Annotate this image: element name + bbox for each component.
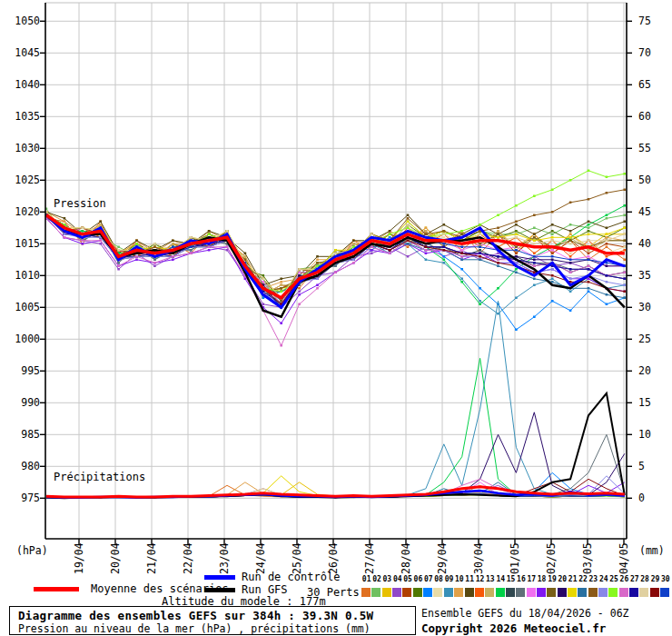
pert-color-swatch <box>485 588 494 597</box>
precip-tick-label: 75 <box>638 15 651 26</box>
pressure-tick-label: 995 <box>11 365 40 376</box>
pert-color-swatch <box>392 588 401 597</box>
pert-number-label: 24 <box>598 575 608 583</box>
pert-color-swatch <box>423 588 432 597</box>
pert-number-label: 21 <box>568 575 578 583</box>
copyright-label: Copyright 2026 Meteociel.fr <box>421 621 606 635</box>
pert-color-swatch <box>588 588 598 597</box>
pressure-tick-label: 1035 <box>11 111 40 122</box>
precipitation-section-label: Précipitations <box>54 471 145 483</box>
member-09-precip-line <box>46 301 625 497</box>
pressure-tick-label: 1010 <box>11 270 40 281</box>
gfs-legend-swatch <box>204 588 235 592</box>
pert-number-label: 17 <box>527 575 537 583</box>
pert-number-label: 14 <box>496 575 506 583</box>
pressure-tick-label: 985 <box>11 429 40 440</box>
date-tick-label: 27/04 <box>364 543 376 574</box>
pressure-tick-label: 1020 <box>11 206 40 217</box>
pert-number-label: 27 <box>629 575 639 583</box>
gfs-legend-label: Run GFS <box>242 583 288 596</box>
precip-tick-label: 35 <box>638 270 651 281</box>
pert-number-label: 06 <box>413 575 423 583</box>
pressure-tick-label: 980 <box>11 461 40 472</box>
pert-number-label: 30 <box>660 575 670 583</box>
date-tick-label: 19/04 <box>74 543 85 574</box>
pert-number-label: 22 <box>578 575 588 583</box>
pert-color-swatch <box>454 588 463 597</box>
date-tick-label: 20/04 <box>110 543 122 574</box>
precip-axis-unit: (mm) <box>639 544 665 557</box>
pressure-tick-label: 975 <box>11 492 40 503</box>
pert-color-swatch <box>568 588 577 597</box>
chart-subtitle: Pression au niveau de la mer (hPa) , pré… <box>18 622 371 635</box>
pert-number-label: 05 <box>402 575 412 583</box>
pert-color-swatch <box>619 588 628 597</box>
pressure-axis-unit: (hPa) <box>16 544 48 557</box>
pert-color-swatch <box>578 588 587 597</box>
run-info-label: Ensemble GEFS du 18/04/2026 - 06Z <box>421 607 628 620</box>
pert-number-label: 12 <box>475 575 485 583</box>
pert-color-swatch <box>629 588 638 597</box>
pert-number-label: 08 <box>433 575 443 583</box>
pressure-tick-label: 1000 <box>11 333 40 344</box>
pert-color-swatch <box>371 588 380 597</box>
date-tick-label: 28/04 <box>400 543 412 574</box>
pert-number-label: 03 <box>382 575 392 583</box>
pressure-tick-label: 1050 <box>11 15 40 26</box>
member-09-pressure-line <box>46 215 625 313</box>
precip-tick-label: 10 <box>638 429 651 440</box>
pert-color-swatch <box>413 588 422 597</box>
pert-color-swatch <box>608 588 618 597</box>
precip-tick-label: 70 <box>638 47 651 58</box>
pert-color-swatch <box>598 588 608 597</box>
pert-color-swatch <box>660 588 669 597</box>
precip-tick-label: 20 <box>638 365 651 376</box>
pert-color-swatch <box>402 588 411 597</box>
pert-number-label: 07 <box>423 575 433 583</box>
perturbation-color-strip: 0102030405060708091011121314151617181920… <box>361 575 671 599</box>
control-legend-swatch <box>204 575 235 580</box>
date-tick-label: 26/04 <box>328 543 340 574</box>
pert-color-swatch <box>516 588 525 597</box>
pert-color-swatch <box>444 588 453 597</box>
pert-number-label: 20 <box>558 575 568 583</box>
date-tick-label: 29/04 <box>437 543 449 574</box>
date-tick-label: 04/05 <box>618 543 630 574</box>
pressure-section-label: Pression <box>54 197 106 210</box>
precip-tick-label: 40 <box>638 238 651 249</box>
pert-color-swatch <box>361 588 371 597</box>
date-tick-label: 30/04 <box>473 543 485 574</box>
mean-legend-swatch <box>34 587 79 591</box>
pert-number-label: 18 <box>537 575 547 583</box>
precip-tick-label: 65 <box>638 79 651 90</box>
pert-color-swatch <box>433 588 442 597</box>
pert-color-swatch <box>527 588 536 597</box>
pert-color-swatch <box>496 588 505 597</box>
precip-tick-label: 0 <box>638 492 645 503</box>
precip-tick-label: 5 <box>638 461 645 472</box>
pert-number-label: 29 <box>650 575 660 583</box>
pert-number-label: 15 <box>506 575 516 583</box>
date-tick-label: 22/04 <box>183 543 194 574</box>
pressure-tick-label: 1040 <box>11 79 40 90</box>
chart-title-box: Diagramme des ensembles GEFS sur 384h : … <box>9 606 416 635</box>
pert-number-label: 19 <box>547 575 557 583</box>
date-tick-label: 23/04 <box>219 543 231 574</box>
pressure-tick-label: 990 <box>11 397 40 408</box>
pressure-tick-label: 1015 <box>11 238 40 249</box>
member-26-pressure-line-markers <box>45 218 626 345</box>
pert-color-swatch <box>558 588 567 597</box>
date-tick-label: 03/05 <box>582 543 594 574</box>
chart-title: Diagramme des ensembles GEFS sur 384h : … <box>18 609 373 622</box>
pert-color-swatch <box>382 588 391 597</box>
pert-color-swatch <box>475 588 484 597</box>
pert-number-label: 04 <box>392 575 402 583</box>
date-tick-label: 24/04 <box>255 543 267 574</box>
precip-tick-label: 45 <box>638 206 651 217</box>
date-tick-label: 01/05 <box>509 543 521 574</box>
pressure-tick-label: 1005 <box>11 302 40 313</box>
pert-color-swatch <box>639 588 648 597</box>
pert-color-swatch <box>506 588 515 597</box>
precip-tick-label: 60 <box>638 111 651 122</box>
date-tick-label: 02/05 <box>546 543 558 574</box>
